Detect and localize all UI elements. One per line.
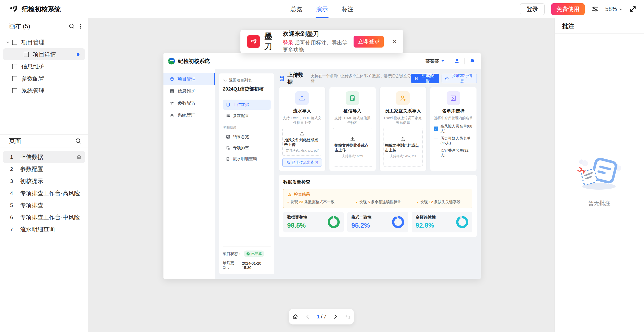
metric-data-completeness: 数据完整性 98.5% <box>283 212 344 232</box>
tree-item-parameter-config[interactable]: 参数配置 <box>0 72 88 85</box>
updated-value: 2024-01-20 15:30 <box>242 261 271 270</box>
dropzone-flow[interactable]: 拖拽文件到此处或点击上传 支持格式: xlsx, xls, pdf <box>282 128 322 156</box>
dropzone-credit[interactable]: 拖拽文件到此处或点击上传 支持格式: html <box>333 128 372 167</box>
bell-icon[interactable] <box>469 58 475 64</box>
project-menu-results-overview[interactable]: 结果总览 <box>223 132 271 142</box>
page-label: 参数配置 <box>20 165 43 173</box>
page-row-5[interactable]: 5 专项排查 <box>0 199 88 211</box>
fullscreen-icon[interactable] <box>629 6 636 13</box>
tree-item-label: 系统管理 <box>21 87 45 95</box>
upload-icon <box>295 91 309 105</box>
login-now-button[interactable]: 立即登录 <box>354 36 384 48</box>
tab-presentation[interactable]: 演示 <box>316 0 328 18</box>
frame-icon <box>12 76 17 81</box>
previous-page-button[interactable] <box>305 314 311 320</box>
mockup-nav-project-management[interactable]: 项目管理 <box>163 73 215 85</box>
pull-bank-info-button[interactable]: 拉取本行信息 <box>442 74 477 83</box>
canvas-section-header: 画布 (5) <box>0 18 88 34</box>
presentation-nav-bar: 1/7 <box>289 309 354 324</box>
tree-item-info-maintenance[interactable]: 信息维护 <box>0 60 88 72</box>
back-to-project-list[interactable]: 返回项目列表 <box>223 78 271 83</box>
checkbox[interactable] <box>434 127 438 131</box>
tree-item-label: 项目详情 <box>33 51 56 58</box>
donut-ring <box>328 216 340 228</box>
mockup-nav-system-management[interactable]: 系统管理 <box>163 109 215 121</box>
next-page-button[interactable] <box>332 314 338 320</box>
page-number: 6 <box>10 214 20 220</box>
page-number: 2 <box>10 166 20 172</box>
document-search-icon <box>226 157 230 161</box>
project-menu-flow-detail-query[interactable]: 流水明细查询 <box>223 154 271 164</box>
option-regulator-watch-list[interactable]: 监管关注名单(32人) <box>434 148 473 158</box>
chevron-down-icon[interactable] <box>6 40 12 45</box>
preferences-sliders-icon[interactable] <box>591 5 599 13</box>
login-button[interactable]: 登录 <box>520 3 545 15</box>
page-label: 初核提示 <box>20 177 43 185</box>
close-icon[interactable]: × <box>392 37 397 46</box>
project-title: 2024Q1信贷部初核 <box>223 86 271 92</box>
banner-title: 欢迎来到墨刀 <box>283 30 349 38</box>
warning-item: •发现 23 条数据格式不一致 <box>287 200 356 204</box>
checkbox[interactable] <box>434 139 438 143</box>
tab-annotation[interactable]: 标注 <box>342 0 354 18</box>
page-number: 7 <box>10 226 20 232</box>
search-icon[interactable] <box>75 138 81 144</box>
page-row-1[interactable]: 1 上传数据 <box>3 151 85 163</box>
project-menu-parameter-config[interactable]: 参数配置 <box>223 111 271 121</box>
page-row-7[interactable]: 7 流水明细查询 <box>0 223 88 235</box>
frame-icon <box>24 52 29 57</box>
page-row-2[interactable]: 2 参数配置 <box>0 163 88 175</box>
checkbox[interactable] <box>434 151 438 155</box>
content-subtitle: 支持在一个项目中上传多个主体/账户数据，进行汇总/独立分析 <box>311 74 411 83</box>
kebab-menu-icon[interactable] <box>79 23 81 29</box>
sliders-gear-icon <box>226 113 230 118</box>
page-row-6[interactable]: 6 专项排查工作台-中风险 <box>0 211 88 223</box>
project-menu-special-check[interactable]: 专项排查 <box>223 143 271 153</box>
tree-item-project-management[interactable]: 项目管理 <box>0 36 88 48</box>
dropzone-family[interactable]: 拖拽文件到此处或点击上传 支持格式: xlsx, xls <box>383 128 423 167</box>
results-section-label: 初核结果 <box>223 125 271 130</box>
mockup-app-logo-icon <box>167 57 176 65</box>
page-label: 上传数据 <box>20 153 43 161</box>
option-high-risk-list[interactable]: 高风险人员名单(68人) <box>434 124 473 134</box>
banner-login-link[interactable]: 登录 <box>283 40 293 46</box>
page-row-3[interactable]: 3 初核提示 <box>0 175 88 187</box>
tree-item-label: 项目管理 <box>21 38 45 46</box>
empty-annotations-text: 暂无批注 <box>588 199 611 207</box>
tab-overview[interactable]: 总览 <box>291 0 302 18</box>
uploaded-flow-query-button[interactable]: 已上传流水查询 <box>282 158 322 167</box>
mockup-nav-info-maintenance[interactable]: 信息维护 <box>163 85 215 97</box>
pages-section-header: 页面 <box>0 134 88 147</box>
project-panel: 返回项目列表 2024Q1信贷部初核 上传数据 参数配置 初核结果 <box>219 73 274 274</box>
mockup-nav-parameter-config[interactable]: 参数配置 <box>163 97 215 109</box>
zoom-level-dropdown[interactable]: 58% <box>605 6 623 13</box>
warning-item: •发现 12 条缺失关键字段 <box>417 200 468 204</box>
database-icon <box>279 75 285 82</box>
page-number: 4 <box>10 190 20 196</box>
person-add-icon <box>396 91 410 105</box>
tree-item-project-detail[interactable]: 项目详情 <box>3 48 85 60</box>
home-button[interactable] <box>292 313 299 320</box>
database-icon <box>226 102 230 107</box>
metric-format-consistency: 格式一致性 95.2% <box>347 212 408 232</box>
free-use-button[interactable]: 免费使用 <box>551 3 585 15</box>
upload-icon <box>400 136 406 142</box>
search-list-icon <box>286 160 290 164</box>
cube-icon <box>169 76 175 81</box>
frame-icon <box>12 88 17 93</box>
tree-item-system-management[interactable]: 系统管理 <box>0 85 88 97</box>
user-dropdown[interactable]: 某某某 <box>425 58 445 64</box>
reset-undo-button[interactable] <box>345 314 351 320</box>
generate-report-button[interactable]: 生成报告 <box>411 74 439 83</box>
option-history-suspect-list[interactable]: 历史可疑人员名单(45人) <box>434 136 473 146</box>
mockup-sidebar: 项目管理 信息维护 参数配置 系统管理 <box>163 69 215 279</box>
banner-subtitle: 登录 后可使用标注、导出等更多功能 <box>283 39 349 53</box>
upload-icon <box>299 131 305 136</box>
search-icon[interactable] <box>68 23 75 29</box>
user-icon[interactable] <box>454 58 460 64</box>
page-label: 专项排查工作台-高风险 <box>20 189 80 197</box>
project-menu-upload-data[interactable]: 上传数据 <box>223 100 271 110</box>
page-row-4[interactable]: 4 专项排查工作台-高风险 <box>0 187 88 199</box>
page-label: 专项排查 <box>20 201 43 209</box>
user-name: 某某某 <box>425 58 439 64</box>
